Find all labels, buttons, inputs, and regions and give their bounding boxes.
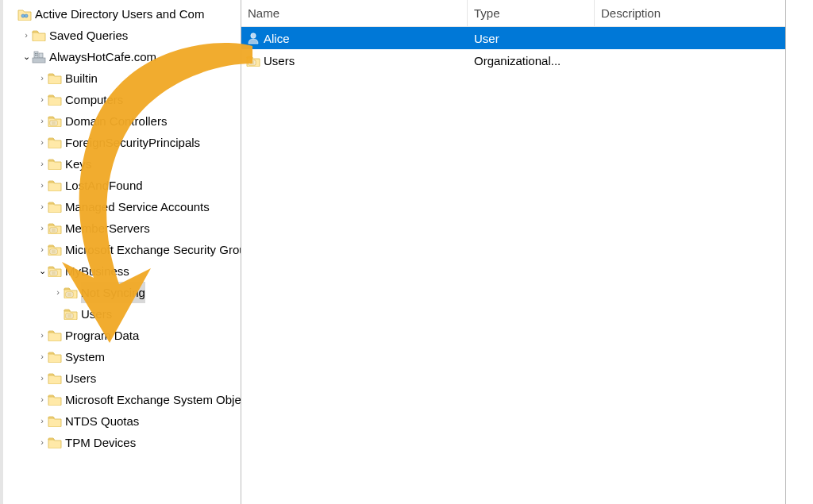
- chevron-right-icon[interactable]: ›: [37, 410, 48, 432]
- tree-item-computers[interactable]: › Computers: [3, 89, 241, 110]
- tree-label: Microsoft Exchange Security Groups: [65, 239, 241, 260]
- tree-item-builtin[interactable]: › Builtin: [3, 67, 241, 89]
- tree-item-system[interactable]: › System: [3, 346, 241, 367]
- chevron-down-icon[interactable]: ⌄: [37, 260, 48, 282]
- chevron-right-icon[interactable]: ›: [37, 217, 48, 239]
- ou-icon: [64, 286, 78, 300]
- domain-icon: [32, 50, 46, 64]
- tree-root-label: Active Directory Users and Com: [35, 3, 204, 25]
- tree-label: LostAndFound: [65, 175, 143, 196]
- folder-icon: [32, 29, 46, 43]
- tree-label: Keys: [65, 153, 91, 175]
- folder-icon: [48, 436, 62, 450]
- ou-icon: [48, 114, 62, 129]
- column-headers: Name Type Description: [241, 0, 785, 27]
- list-cell-type: Organizational...: [468, 54, 595, 67]
- chevron-right-icon[interactable]: ›: [37, 153, 48, 175]
- tree-item-lostandfound[interactable]: › LostAndFound: [3, 175, 241, 196]
- folder-icon: [48, 71, 62, 86]
- folder-icon: [48, 414, 62, 429]
- tree-label: Users: [65, 367, 96, 389]
- tree-label: AlwaysHotCafe.com: [49, 46, 156, 67]
- tree-item-exchange-sys[interactable]: › Microsoft Exchange System Objects: [3, 389, 241, 410]
- tree-item-domain-controllers[interactable]: › Domain Controllers: [3, 110, 241, 132]
- ou-icon: [48, 243, 62, 257]
- tree-label: Program Data: [65, 325, 139, 346]
- tree-item-exchange-sec[interactable]: › Microsoft Exchange Security Groups: [3, 239, 241, 260]
- chevron-right-icon[interactable]: ›: [37, 346, 48, 367]
- tree-label: Not Syncing: [81, 282, 145, 303]
- tree-pane[interactable]: Active Directory Users and Com › Saved Q…: [3, 0, 241, 504]
- list-cell-type: User: [468, 32, 595, 45]
- chevron-right-icon[interactable]: ›: [52, 282, 64, 303]
- tree-item-tpm-devices[interactable]: › TPM Devices: [3, 432, 241, 453]
- tree-label: Microsoft Exchange System Objects: [65, 389, 241, 410]
- tree-item-not-syncing[interactable]: › Not Syncing: [3, 282, 241, 303]
- tree-item-msa[interactable]: › Managed Service Accounts: [3, 196, 241, 217]
- tree-label: System: [65, 346, 105, 367]
- folder-icon: [48, 200, 62, 214]
- chevron-right-icon[interactable]: ›: [37, 175, 48, 196]
- tree-label: Saved Queries: [49, 25, 128, 46]
- tree-label: Users: [81, 303, 112, 325]
- tree-saved-queries[interactable]: › Saved Queries: [3, 25, 241, 46]
- tree-item-mybusiness[interactable]: ⌄ MyBusiness: [3, 260, 241, 282]
- tree-label: Builtin: [65, 67, 98, 89]
- list-cell-name: Users: [264, 54, 295, 67]
- ou-icon: [64, 307, 78, 321]
- ou-icon: [48, 264, 62, 279]
- ou-icon: [48, 221, 62, 236]
- chevron-right-icon[interactable]: ›: [37, 89, 48, 110]
- folder-icon: [48, 93, 62, 107]
- chevron-right-icon[interactable]: ›: [37, 132, 48, 153]
- list-row-alice[interactable]: Alice User: [241, 27, 785, 49]
- chevron-right-icon[interactable]: ›: [37, 389, 48, 410]
- tree-label: MemberServers: [65, 217, 150, 239]
- chevron-right-icon[interactable]: ›: [21, 25, 32, 46]
- chevron-right-icon[interactable]: ›: [37, 432, 48, 453]
- tree-item-mybusiness-users[interactable]: › Users: [3, 303, 241, 325]
- chevron-right-icon[interactable]: ›: [37, 110, 48, 132]
- column-header-name[interactable]: Name: [241, 0, 468, 26]
- tree-item-memberservers[interactable]: › MemberServers: [3, 217, 241, 239]
- list-pane[interactable]: Name Type Description Alice User Users O…: [241, 0, 786, 504]
- tree-label: Computers: [65, 89, 123, 110]
- tree-label: TPM Devices: [65, 432, 136, 453]
- tree-label: MyBusiness: [65, 260, 129, 282]
- folder-icon: [48, 179, 62, 193]
- column-header-description[interactable]: Description: [595, 0, 785, 26]
- chevron-right-icon[interactable]: ›: [37, 239, 48, 260]
- tree-root[interactable]: Active Directory Users and Com: [3, 3, 241, 25]
- list-row-users[interactable]: Users Organizational...: [241, 49, 785, 71]
- folder-icon: [48, 371, 62, 386]
- chevron-right-icon[interactable]: ›: [37, 367, 48, 389]
- folder-icon: [48, 393, 62, 407]
- list-cell-name: Alice: [264, 32, 290, 45]
- tree-item-fsp[interactable]: › ForeignSecurityPrincipals: [3, 132, 241, 153]
- ou-icon: [246, 53, 260, 67]
- folder-icon: [48, 350, 62, 364]
- chevron-down-icon[interactable]: ⌄: [21, 46, 32, 67]
- folder-icon: [48, 157, 62, 171]
- column-header-type[interactable]: Type: [468, 0, 595, 26]
- tree-item-users[interactable]: › Users: [3, 367, 241, 389]
- chevron-right-icon[interactable]: ›: [37, 67, 48, 89]
- tree-item-program-data[interactable]: › Program Data: [3, 325, 241, 346]
- folder-icon: [48, 329, 62, 343]
- user-icon: [246, 31, 260, 45]
- tree-label: NTDS Quotas: [65, 410, 139, 432]
- tree-domain[interactable]: ⌄ AlwaysHotCafe.com: [3, 46, 241, 67]
- tree-label: Domain Controllers: [65, 110, 167, 132]
- tree-label: ForeignSecurityPrincipals: [65, 132, 200, 153]
- chevron-right-icon[interactable]: ›: [37, 196, 48, 217]
- tree-label: Managed Service Accounts: [65, 196, 210, 217]
- chevron-right-icon[interactable]: ›: [37, 325, 48, 346]
- aduc-root-icon: [17, 7, 32, 21]
- folder-icon: [48, 136, 62, 150]
- tree-item-keys[interactable]: › Keys: [3, 153, 241, 175]
- tree-item-ntds-quotas[interactable]: › NTDS Quotas: [3, 410, 241, 432]
